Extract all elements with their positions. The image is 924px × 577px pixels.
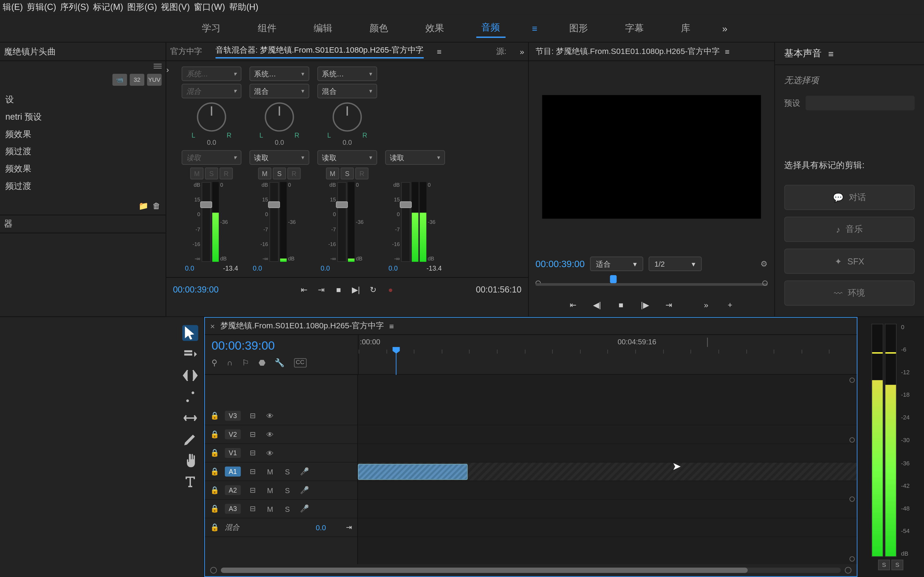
- record-button[interactable]: R: [220, 168, 233, 179]
- bit-depth-icon[interactable]: 32: [130, 74, 144, 86]
- horizontal-scrollbar[interactable]: [205, 564, 857, 576]
- record-icon[interactable]: ●: [385, 284, 396, 295]
- voice-over-icon[interactable]: 🎤: [299, 467, 310, 476]
- mute-button[interactable]: M: [326, 168, 339, 179]
- mix-track-header[interactable]: 🔒混合0.0⇥: [205, 519, 357, 537]
- pan-knob[interactable]: [197, 102, 226, 131]
- panel-menu-icon[interactable]: ≡: [725, 47, 729, 56]
- audio-track-header[interactable]: 🔒A3⊟MS🎤: [205, 500, 357, 519]
- mixer-tab[interactable]: 官方中字: [170, 46, 202, 57]
- sync-lock-icon[interactable]: ⊟: [247, 411, 258, 420]
- visibility-icon[interactable]: 👁: [265, 430, 275, 438]
- track-lane[interactable]: [358, 481, 857, 500]
- wrench-icon[interactable]: 🔧: [275, 358, 284, 367]
- visibility-icon[interactable]: 👁: [265, 449, 275, 457]
- time-ruler[interactable]: :00:00 00:04:59:16: [358, 335, 857, 374]
- automation-dropdown[interactable]: 读取▾: [317, 150, 377, 165]
- timeline-timecode[interactable]: 00:00:39:00: [212, 339, 351, 353]
- volume-fader[interactable]: [270, 182, 279, 262]
- menu-item[interactable]: 视图(V): [161, 2, 190, 13]
- sfx-button[interactable]: ✦SFX: [784, 249, 914, 274]
- automation-dropdown[interactable]: 读取▾: [385, 150, 445, 165]
- solo-right-button[interactable]: S: [892, 559, 903, 570]
- workspace-settings-icon[interactable]: ≡: [532, 23, 537, 34]
- workspace-tab-active[interactable]: 音频: [476, 19, 505, 38]
- workspace-tab[interactable]: 编辑: [308, 19, 338, 37]
- loop-icon[interactable]: ↻: [368, 284, 379, 295]
- track-lane[interactable]: [358, 407, 857, 425]
- automation-dropdown[interactable]: 读取▾: [249, 150, 309, 165]
- track-lanes[interactable]: ➤: [358, 375, 857, 564]
- menu-item[interactable]: 窗口(W): [194, 2, 225, 13]
- audio-track-header[interactable]: 🔒A1⊟MS🎤: [205, 463, 357, 481]
- sync-lock-icon[interactable]: ⊟: [247, 467, 258, 476]
- program-timecode[interactable]: 00:00:39:00: [536, 259, 585, 269]
- automation-dropdown[interactable]: 读取▾: [181, 150, 241, 165]
- overflow-icon[interactable]: »: [700, 299, 712, 311]
- pan-knob[interactable]: [265, 102, 294, 131]
- pan-knob[interactable]: [333, 102, 362, 131]
- lock-icon[interactable]: 🔒: [210, 467, 218, 476]
- add-button-icon[interactable]: +: [724, 299, 736, 311]
- stop-icon[interactable]: ■: [333, 284, 344, 295]
- track-select-tool[interactable]: [182, 346, 198, 362]
- video-track-header[interactable]: 🔒V1⊟👁: [205, 444, 357, 463]
- tree-item[interactable]: 频效果: [0, 160, 166, 177]
- track-lane[interactable]: [358, 519, 857, 537]
- razor-tool[interactable]: [182, 388, 198, 405]
- solo-toggle[interactable]: S: [282, 505, 293, 513]
- panel-menu-icon[interactable]: ≡: [437, 47, 441, 56]
- solo-left-button[interactable]: S: [878, 559, 890, 570]
- sync-lock-icon[interactable]: ⊟: [247, 504, 258, 513]
- tree-item[interactable]: 频效果: [0, 126, 166, 143]
- mark-in-icon[interactable]: ⇤: [567, 299, 579, 311]
- music-button[interactable]: ♪音乐: [784, 217, 914, 242]
- play-icon[interactable]: |▶: [639, 299, 651, 311]
- voice-over-icon[interactable]: 🎤: [299, 486, 310, 495]
- video-track-header[interactable]: 🔒V3⊟👁: [205, 407, 357, 425]
- cc-icon[interactable]: CC: [294, 358, 306, 367]
- mute-toggle[interactable]: M: [265, 467, 275, 475]
- slip-tool[interactable]: [182, 410, 198, 426]
- zoom-dropdown[interactable]: 适合▾: [590, 256, 643, 271]
- record-button[interactable]: R: [288, 168, 301, 179]
- output-dropdown[interactable]: 系统…▾: [249, 66, 309, 81]
- timecode[interactable]: 00:00:39:00: [173, 285, 219, 294]
- track-lane[interactable]: [358, 425, 857, 444]
- panel-menu-icon[interactable]: [154, 64, 162, 68]
- go-to-in-icon[interactable]: ⇤: [299, 284, 309, 295]
- menu-item[interactable]: 序列(S): [60, 2, 89, 13]
- mix-dropdown[interactable]: 混合▾: [317, 84, 377, 98]
- mixer-tab-active[interactable]: 音轨混合器: 梦魇绝镇.From.S01E01.1080p.H265-官方中字: [215, 45, 423, 58]
- yuv-icon[interactable]: YUV: [147, 74, 162, 86]
- lock-icon[interactable]: 🔒: [210, 430, 218, 438]
- workspace-tab[interactable]: 组件: [252, 19, 281, 37]
- volume-fader[interactable]: [337, 182, 347, 262]
- mute-toggle[interactable]: M: [265, 486, 275, 494]
- tree-item[interactable]: 频过渡: [0, 143, 166, 160]
- program-scrubber[interactable]: [536, 278, 767, 291]
- solo-button[interactable]: S: [273, 168, 286, 179]
- close-sequence-icon[interactable]: ×: [210, 321, 215, 331]
- overflow-icon[interactable]: »: [520, 47, 524, 56]
- sync-lock-icon[interactable]: ⊟: [247, 430, 258, 438]
- tree-item[interactable]: 频过渡: [0, 177, 166, 195]
- pen-tool[interactable]: [182, 431, 198, 447]
- mute-button[interactable]: M: [191, 168, 204, 179]
- workspace-tab[interactable]: 库: [675, 19, 696, 37]
- track-lane[interactable]: [358, 463, 857, 481]
- trash-icon[interactable]: 🗑: [152, 201, 160, 211]
- lock-icon[interactable]: 🔒: [210, 504, 218, 513]
- voice-over-icon[interactable]: 🎤: [299, 504, 310, 513]
- step-back-icon[interactable]: ◀|: [591, 299, 603, 311]
- workspace-overflow-icon[interactable]: »: [722, 23, 727, 34]
- solo-toggle[interactable]: S: [282, 467, 293, 475]
- ripple-edit-tool[interactable]: [182, 367, 198, 384]
- audio-track-header[interactable]: 🔒A2⊟MS🎤: [205, 481, 357, 500]
- expand-icon[interactable]: ›: [166, 65, 169, 74]
- sync-lock-icon[interactable]: ⊟: [247, 448, 258, 457]
- dialogue-button[interactable]: 💬对话: [784, 185, 914, 210]
- settings-icon[interactable]: ⚙: [760, 259, 767, 269]
- video-track-header[interactable]: 🔒V2⊟👁: [205, 425, 357, 444]
- resolution-dropdown[interactable]: 1/2▾: [649, 256, 702, 271]
